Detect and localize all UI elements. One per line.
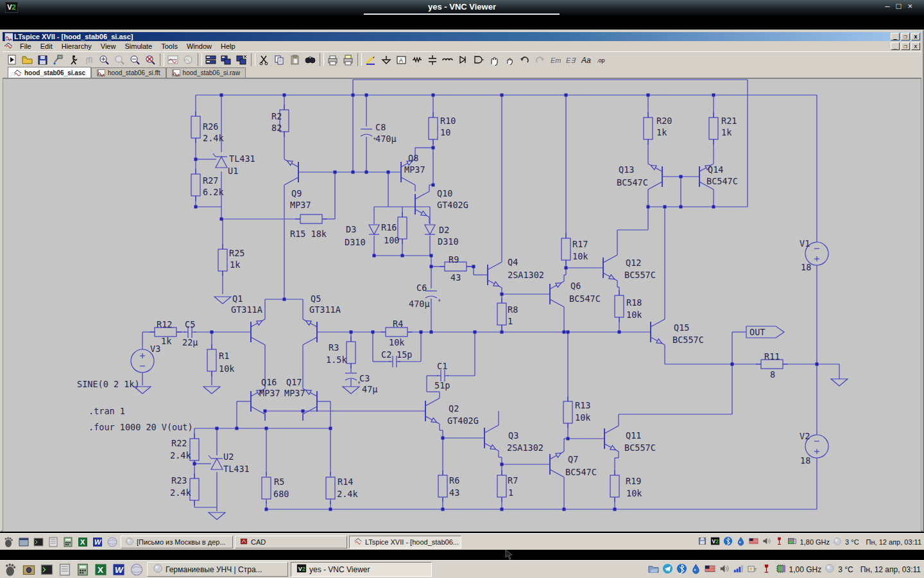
toolbar-redo-button[interactable] [533, 53, 548, 67]
tray-signal-bars-icon[interactable] [733, 563, 744, 576]
calculator-launcher-icon[interactable] [75, 562, 90, 577]
tab-hood_stab06_si.raw[interactable]: hood_stab06_si.raw [166, 67, 246, 78]
toolbar-tile-horizontal-button[interactable] [219, 53, 234, 67]
globe-launcher-icon[interactable] [129, 562, 144, 577]
toolbar-zoom-back-button[interactable] [112, 53, 128, 67]
terminal-launcher-icon[interactable] [39, 562, 55, 577]
toolbar-waveform-pane-button[interactable] [181, 53, 196, 67]
tray-speaker-icon[interactable] [719, 563, 730, 576]
taskbar-button-cad[interactable]: CAD [235, 536, 347, 548]
toolbar-find-button[interactable] [303, 53, 318, 67]
tray-bluetooth-icon[interactable] [723, 536, 733, 547]
tray-cpu-meter-icon[interactable] [787, 536, 797, 547]
menu-edit[interactable]: Edit [36, 42, 57, 51]
tray-telegram-icon[interactable] [662, 563, 673, 576]
ltspice-close-button[interactable]: x [911, 33, 920, 40]
toolbar-inductor-button[interactable] [440, 53, 456, 67]
excel-launcher-icon[interactable]: X [93, 562, 108, 577]
tray-us-flag-icon[interactable] [749, 536, 758, 547]
tab-hood_stab06_si.asc[interactable]: hood_stab06_si.asc [8, 67, 91, 78]
mdi-child-controls[interactable]: _ ❐ x [891, 42, 920, 50]
weather-icon[interactable] [825, 563, 835, 575]
tray-cpu-chip-icon[interactable] [775, 563, 786, 576]
tray-drop-icon[interactable] [690, 563, 701, 576]
files-launcher-icon[interactable] [47, 536, 60, 548]
files-launcher-icon[interactable] [57, 562, 73, 577]
tray-battery-icon[interactable] [747, 563, 758, 576]
toolbar-paste-button[interactable] [287, 53, 303, 67]
ltspice-tabbar[interactable]: hood_stab06_si.aschood_stab06_si.ffthood… [3, 67, 921, 78]
menu-hierarchy[interactable]: Hierarchy [57, 42, 96, 51]
tray-speaker-icon[interactable] [762, 536, 771, 547]
toolbar-capacitor-button[interactable] [425, 53, 440, 67]
tray-folder-icon[interactable] [648, 563, 659, 576]
toolbar-zoom-in-button[interactable] [97, 53, 112, 67]
toolbar-run-man-button[interactable] [66, 53, 81, 67]
toolbar-zoom-out-button[interactable] [128, 53, 143, 67]
schematic-canvas[interactable] [3, 78, 921, 532]
ltspice-menubar[interactable]: FileEditHierarchyViewSimulateToolsWindow… [3, 41, 921, 51]
menu-tools[interactable]: Tools [157, 42, 182, 51]
tray-floppy-icon[interactable] [697, 536, 707, 547]
foot-launcher-icon[interactable] [3, 562, 19, 577]
vnc-window-controls[interactable]: –□× [885, 1, 919, 11]
toolbar-copy-button[interactable] [272, 53, 287, 67]
toolbar-component-button[interactable] [471, 53, 486, 67]
vnc-close-button[interactable]: × [907, 1, 919, 11]
toolbar-move-button[interactable] [486, 53, 502, 67]
toolbar-open-button[interactable] [20, 53, 35, 67]
foot-launcher-icon[interactable] [3, 536, 15, 548]
menu-simulate[interactable]: Simulate [120, 42, 157, 51]
toolbar-halt-button[interactable] [81, 53, 97, 67]
excel-launcher-icon[interactable]: X [76, 536, 89, 548]
toolbar-edit-netlist-button[interactable]: E∃ [563, 53, 579, 67]
ltspice-restore-button[interactable]: ❐ [901, 33, 910, 40]
ltspice-titlebar[interactable]: LTspice XVII - [hood_stab06_si.asc] _ ❐ … [3, 32, 921, 41]
toolbar-cut-button[interactable] [257, 53, 272, 67]
ltspice-window-controls[interactable]: _ ❐ x [891, 33, 920, 40]
tray-wine-icon[interactable] [761, 563, 772, 576]
tray-us-flag-icon[interactable] [705, 563, 715, 576]
toolbar-resistor-button[interactable] [409, 53, 425, 67]
toolbar-drag-button[interactable] [502, 53, 517, 67]
mdi-restore-button[interactable]: ❐ [901, 42, 910, 50]
mdi-close-button[interactable]: x [911, 42, 920, 50]
word-launcher-icon[interactable]: W [91, 536, 104, 548]
tray-vnc-icon[interactable]: V2 [710, 536, 720, 547]
tray-drop-icon[interactable] [736, 536, 746, 547]
toolbar-zoom-full-button[interactable] [143, 53, 158, 67]
menu-file[interactable]: File [15, 42, 36, 51]
terminal-launcher-icon[interactable] [32, 536, 45, 548]
window-launcher-icon[interactable] [17, 536, 30, 548]
vnc-maximize-button[interactable]: □ [896, 1, 908, 11]
vnc-minimize-button[interactable]: – [885, 1, 896, 11]
toolbar-ground-button[interactable] [379, 53, 394, 67]
toolbar-diode-button[interactable] [456, 53, 471, 67]
toolbar-edit-sim-cmd-button[interactable]: Em [548, 53, 563, 67]
tray-bluetooth-icon[interactable] [676, 563, 687, 576]
ltspice-toolbar[interactable]: AEmE∃Aa.op [3, 51, 921, 67]
toolbar-text-button[interactable]: Aa [579, 53, 594, 67]
tray-wine-icon[interactable] [774, 536, 784, 547]
taskbar-button--[interactable]: [Письмо из Москвы в дер... [121, 536, 233, 548]
remote-taskbar[interactable]: XW[Письмо из Москвы в дер...CADLTspice X… [0, 533, 924, 550]
toolbar-spice-directive-button[interactable]: .op [594, 53, 610, 67]
globe-launcher-icon[interactable] [106, 536, 119, 548]
calculator-launcher-icon[interactable] [62, 536, 74, 548]
menu-view[interactable]: View [96, 42, 121, 51]
mdi-minimize-button[interactable]: _ [891, 42, 900, 50]
taskbar-button--[interactable]: Германиевые УНЧ | Стра... [147, 562, 288, 577]
toolbar-control-panel-button[interactable] [51, 53, 66, 67]
toolbar-print-button[interactable] [325, 53, 341, 67]
toolbar-save-button[interactable] [35, 53, 51, 67]
tab-hood_stab06_si.fft[interactable]: hood_stab06_si.fft [91, 67, 166, 78]
local-taskbar[interactable]: XWГерманиевые УНЧ | Стра...V2yes - VNC V… [0, 560, 924, 578]
toolbar-undo-button[interactable] [517, 53, 533, 67]
taskbar-button-yes-vnc-viewer[interactable]: V2yes - VNC Viewer [291, 562, 432, 577]
toolbar-print-preview-button[interactable] [341, 53, 356, 67]
toolbar-tile-vertical-button[interactable] [203, 53, 219, 67]
word-launcher-icon[interactable]: W [111, 562, 126, 577]
ltspice-minimize-button[interactable]: _ [891, 33, 900, 40]
toolbar-run-button[interactable] [4, 53, 20, 67]
toolbar-cascade-button[interactable] [234, 53, 250, 67]
